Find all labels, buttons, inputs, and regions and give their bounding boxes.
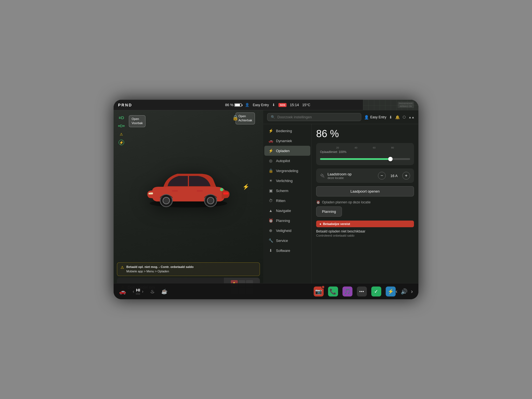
stepper-minus-btn[interactable]: − [378, 172, 386, 180]
nav-item-verlichting[interactable]: ☀ Verlichting [264, 176, 310, 186]
music-app-btn[interactable]: 🎵 [342, 287, 352, 296]
taskbar-left: 🚗 ‹ HI ⊡⊡ › ♨ ☕ [119, 288, 314, 295]
settings-search-header: 🔍 Doorzoek instellingen 👤 Easy Entry ⬇ 🔔… [263, 110, 418, 124]
camera-app-btn[interactable]: 📷 [314, 287, 324, 296]
left-car-panel: ≡D ≡D≡ ⚠ ⚡ Open Voorbak [114, 110, 263, 299]
lock-status-icon: 🔒 [232, 115, 238, 121]
planning-icon: ⏰ [268, 218, 273, 223]
scherm-icon: ▣ [268, 188, 273, 193]
nav-item-service[interactable]: 🔧 Service [264, 236, 310, 245]
charge-limit-card: 20 40 60 80 Oplaadlimiet: 100% [316, 143, 414, 165]
nav-item-bediening[interactable]: ⚡ Bediening [264, 126, 310, 136]
settings-nav: ⚡ Bediening 🚗 Dynamiek ⚡ Opladen [263, 124, 312, 299]
download-header-icon[interactable]: ⬇ [389, 115, 392, 119]
svg-rect-7 [172, 190, 178, 191]
phone-icon: 📞 [329, 288, 336, 295]
easy-entry-label: Easy Entry [370, 115, 386, 119]
software-icon: ⬇ [268, 248, 273, 253]
profile-icon: 👤 [364, 115, 369, 119]
profile-icon-top: 👤 [245, 103, 249, 107]
planning-section-title: ⏰ Opladen plannen op deze locatie [316, 200, 414, 204]
heated-seats-icon[interactable]: ♨ [150, 288, 155, 295]
charge-slider[interactable] [320, 156, 410, 162]
nav-item-software[interactable]: ⬇ Software [264, 245, 310, 255]
bluetooth-app-btn[interactable]: ⚡ [386, 287, 396, 296]
search-icon: 🔍 [271, 115, 275, 119]
phone-app-btn[interactable]: 📞 [328, 287, 338, 296]
betaalwijze-error-badge: ● Betaalwijze vereist [316, 221, 414, 227]
battery-percent-label: 86 % [225, 103, 234, 107]
check-app-btn[interactable]: ✓ [371, 287, 381, 296]
stepper-plus-btn[interactable]: + [402, 172, 410, 180]
charging-content: 86 % 20 40 60 80 Oplaadlimiet: 100% [312, 124, 418, 299]
bottom-taskbar: 🚗 ‹ HI ⊡⊡ › ♨ ☕ 📷 [114, 283, 418, 299]
nav-back-btn[interactable]: ‹ [133, 289, 134, 294]
more-apps-btn[interactable]: ••• [357, 287, 367, 296]
battery-status: 86 % [225, 103, 242, 107]
laadstroom-icon: 🔌 [320, 173, 325, 178]
opladen-label: Opladen [276, 149, 290, 153]
settings-body: ⚡ Bediening 🚗 Dynamiek ⚡ Opladen [263, 124, 418, 299]
autopilot-label: Autopilot [276, 159, 290, 163]
main-screen: PRND 86 % 👤 Easy Entry ⬇ SOS 15:14 15°C … [114, 100, 418, 299]
verlichting-icon: ☀ [268, 178, 273, 183]
bluetooth-icon: ⚡ [388, 288, 394, 295]
laadpoort-btn[interactable]: Laadpoort openen [316, 186, 414, 196]
prnd-indicator: PRND [118, 103, 132, 107]
search-bar[interactable]: 🔍 Doorzoek instellingen [267, 113, 361, 121]
nav-item-dynamiek[interactable]: 🚗 Dynamiek [264, 136, 310, 146]
vergrendeling-icon: 🔒 [268, 168, 273, 173]
nav-item-veiligheid[interactable]: ⊕ Veiligheid [264, 226, 310, 236]
top-bar-center: 86 % 👤 Easy Entry ⬇ SOS 15:14 15°C [138, 103, 398, 107]
heat-display: HI ⊡⊡ [136, 288, 140, 295]
battery-icon [234, 103, 242, 107]
taskbar-right: ‹ 🔊 › [396, 288, 413, 295]
nav-item-vergrendeling[interactable]: 🔒 Vergrendeling [264, 166, 310, 176]
signal-icon: ▲▲ [408, 116, 415, 119]
charge-slider-track [320, 158, 410, 160]
open-achterbak-label[interactable]: Open Achterbak [236, 112, 255, 124]
svg-point-3 [163, 197, 170, 204]
main-content: ≡D ≡D≡ ⚠ ⚡ Open Voorbak [114, 110, 418, 299]
error-sub: Controleerd onbetaald saldo [316, 234, 414, 237]
taskbar-center-apps: 📷 📞 🎵 ••• ✓ ⚡ [314, 287, 396, 296]
planning-btn[interactable]: Planning [316, 206, 342, 217]
more-dots-icon: ••• [359, 289, 364, 294]
laadstroom-sub: deze locatie [328, 176, 375, 180]
car-svg [141, 158, 236, 213]
svg-rect-1 [223, 192, 228, 195]
error-circle-icon: ● [319, 222, 321, 226]
service-label: Service [276, 239, 288, 243]
top-status-bar: PRND 86 % 👤 Easy Entry ⬇ SOS 15:14 15°C … [114, 100, 418, 110]
volume-icon: 🔊 [401, 288, 408, 295]
camera-icon: 📷 [315, 288, 322, 295]
navigatie-label: Navigatie [276, 209, 291, 213]
veiligheid-icon: ⊕ [268, 228, 273, 233]
check-icon: ✓ [374, 288, 378, 295]
sos-badge: SOS [278, 103, 287, 107]
svg-point-5 [207, 197, 214, 204]
car-taskbar-icon[interactable]: 🚗 [119, 288, 126, 295]
nav-item-scherm[interactable]: ▣ Scherm [264, 186, 310, 196]
vol-forward-btn[interactable]: › [411, 288, 413, 295]
nav-item-opladen[interactable]: ⚡ Opladen [264, 146, 310, 156]
vol-back-btn[interactable]: ‹ [396, 288, 398, 295]
nav-item-autopilot[interactable]: ◎ Autopilot [264, 156, 310, 166]
battery-main-percent: 86 % [316, 128, 414, 140]
veiligheid-label: Veiligheid [276, 229, 291, 233]
heated-steering-icon[interactable]: ☕ [161, 288, 167, 295]
charge-slider-fill [320, 158, 390, 160]
ritten-icon: ⏱ [268, 198, 273, 203]
nav-forward-btn[interactable]: › [142, 289, 143, 294]
software-label: Software [276, 249, 290, 253]
clock: 15:14 [290, 103, 299, 107]
open-voorbak-label[interactable]: Open Voorbak [129, 115, 145, 127]
nav-item-ritten[interactable]: ⏱ Ritten [264, 196, 310, 206]
header-profile[interactable]: 👤 Easy Entry [364, 115, 386, 119]
nav-item-planning[interactable]: ⏰ Planning [264, 216, 310, 226]
nav-item-navigatie[interactable]: ▲ Navigatie [264, 206, 310, 216]
navigatie-icon: ▲ [268, 208, 273, 213]
charge-slider-thumb[interactable] [388, 157, 393, 161]
laadstroom-title: Laadstroom op [328, 172, 375, 176]
dynamiek-icon: 🚗 [268, 139, 273, 143]
